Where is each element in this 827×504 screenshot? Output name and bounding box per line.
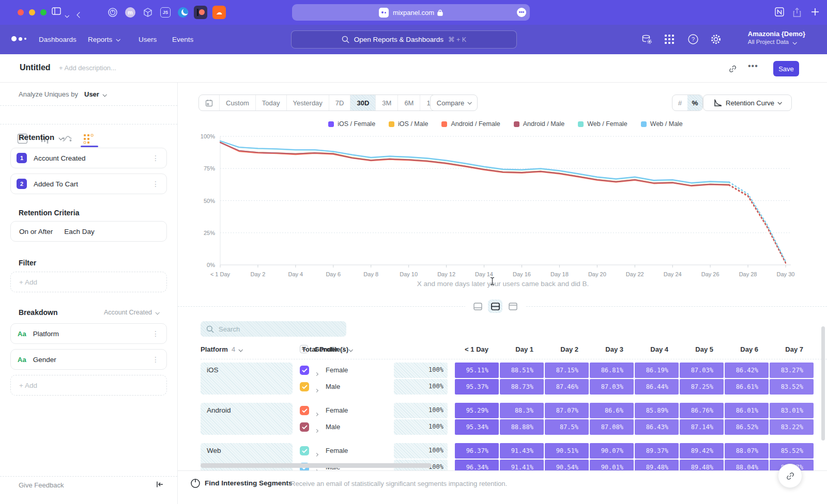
- chart-type-select[interactable]: Retention Curve: [703, 94, 792, 111]
- copy-link-icon[interactable]: [728, 65, 737, 73]
- platform-cell[interactable]: iOS: [201, 363, 293, 395]
- retention-value-cell[interactable]: 89.42%: [680, 443, 724, 459]
- range-6m[interactable]: 6M: [397, 95, 420, 111]
- report-title[interactable]: Untitled: [20, 63, 51, 72]
- layout-split-button[interactable]: [488, 300, 502, 313]
- retention-section-header[interactable]: Retention: [19, 133, 62, 141]
- retention-value-cell[interactable]: 88.3%: [500, 403, 544, 418]
- retention-value-cell[interactable]: 95.29%: [455, 403, 499, 418]
- retention-value-cell[interactable]: 88.07%: [725, 443, 769, 459]
- compare-button[interactable]: Compare: [430, 94, 478, 111]
- platform-cell[interactable]: Android: [201, 403, 293, 435]
- range-30d[interactable]: 30D: [350, 95, 375, 111]
- expand-row-icon[interactable]: [315, 425, 318, 434]
- retention-value-cell[interactable]: 91.43%: [500, 443, 544, 459]
- retention-value-cell[interactable]: 96.37%: [455, 443, 499, 459]
- retention-value-cell[interactable]: 90.51%: [545, 443, 589, 459]
- extension-patreon-icon[interactable]: [194, 6, 207, 19]
- column-platform[interactable]: Platform 4: [201, 345, 242, 353]
- help-icon[interactable]: ?: [687, 34, 699, 45]
- criteria-mode[interactable]: On or After: [19, 228, 53, 235]
- criteria-interval[interactable]: Each Day: [64, 228, 95, 235]
- tab-flows-icon[interactable]: [62, 133, 74, 146]
- window-minimize-button[interactable]: [29, 9, 35, 15]
- breakdown-card-gender[interactable]: Aa Gender ⋮: [10, 349, 167, 370]
- retention-value-cell[interactable]: 86.6%: [590, 403, 634, 418]
- series-checkbox[interactable]: [300, 366, 309, 375]
- breakdown-add-button[interactable]: + Add: [10, 375, 167, 396]
- extension-cube-icon[interactable]: [141, 6, 155, 19]
- report-description-placeholder[interactable]: + Add description...: [59, 64, 116, 72]
- range-today[interactable]: Today: [255, 95, 286, 111]
- tab-retention-icon[interactable]: [83, 133, 95, 146]
- filter-add-button[interactable]: + Add: [10, 272, 167, 292]
- retention-value-cell[interactable]: 95.11%: [455, 363, 499, 378]
- series-checkbox[interactable]: [300, 382, 309, 391]
- retention-value-cell[interactable]: 87.08%: [590, 419, 634, 435]
- retention-value-cell[interactable]: 83.52%: [770, 379, 814, 395]
- back-icon[interactable]: [78, 10, 82, 19]
- table-search-input[interactable]: Search: [201, 321, 346, 337]
- retention-value-cell[interactable]: 90.07%: [590, 443, 634, 459]
- collapse-sidebar-icon[interactable]: [156, 480, 164, 489]
- notion-tab-icon[interactable]: [774, 7, 785, 17]
- retention-value-cell[interactable]: 85.52%: [770, 443, 814, 459]
- project-chevron-icon[interactable]: [793, 37, 796, 46]
- retention-value-cell[interactable]: 87.03%: [590, 379, 634, 395]
- sidebar-toggle-icon[interactable]: [52, 7, 61, 15]
- extension-1password-icon[interactable]: [106, 6, 119, 19]
- retention-line-chart[interactable]: 0%25%50%75%100%< 1 DayDay 2Day 4Day 6Day…: [178, 124, 827, 284]
- extension-soundcloud-icon[interactable]: ☁: [212, 6, 226, 19]
- breakdown-card-platform[interactable]: Aa Platform ⋮: [10, 323, 167, 344]
- retention-value-cell[interactable]: 87.14%: [680, 419, 724, 435]
- retention-value-cell[interactable]: 95.34%: [455, 419, 499, 435]
- step-menu-icon[interactable]: ⋮: [152, 180, 159, 188]
- retention-value-cell[interactable]: 83.01%: [770, 403, 814, 418]
- retention-value-cell[interactable]: 86.52%: [725, 419, 769, 435]
- range-7d[interactable]: 7D: [329, 95, 350, 111]
- range-yesterday[interactable]: Yesterday: [286, 95, 329, 111]
- nav-users[interactable]: Users: [139, 25, 157, 54]
- share-icon[interactable]: [792, 7, 802, 18]
- retention-value-cell[interactable]: 87.5%: [545, 419, 589, 435]
- tab-chevron-icon[interactable]: [65, 10, 68, 20]
- layout-table-only-button[interactable]: [506, 300, 520, 313]
- vertical-scrollbar[interactable]: [821, 326, 825, 440]
- retention-value-cell[interactable]: 87.46%: [545, 379, 589, 395]
- give-feedback-link[interactable]: Give Feedback: [19, 481, 64, 489]
- retention-value-cell[interactable]: 86.81%: [590, 363, 634, 378]
- share-link-fab[interactable]: [778, 464, 802, 488]
- range-3m[interactable]: 3M: [375, 95, 397, 111]
- nav-dashboards[interactable]: Dashboards: [39, 25, 76, 54]
- expand-row-icon[interactable]: [315, 385, 318, 394]
- series-checkbox[interactable]: [300, 406, 309, 415]
- extension-js-icon[interactable]: JS: [159, 6, 172, 19]
- retention-value-cell[interactable]: 85.89%: [635, 403, 679, 418]
- unit-percent-toggle[interactable]: %: [687, 95, 702, 111]
- expand-row-icon[interactable]: [315, 368, 318, 377]
- save-button[interactable]: Save: [773, 61, 799, 76]
- retention-value-cell[interactable]: 86.44%: [635, 379, 679, 395]
- nav-events[interactable]: Events: [172, 25, 193, 54]
- retention-value-cell[interactable]: 86.01%: [725, 403, 769, 418]
- retention-value-cell[interactable]: 86.43%: [635, 419, 679, 435]
- mixpanel-logo[interactable]: [11, 36, 26, 41]
- retention-value-cell[interactable]: 87.15%: [545, 363, 589, 378]
- nav-reports[interactable]: Reports: [88, 25, 119, 54]
- retention-value-cell[interactable]: 88.73%: [500, 379, 544, 395]
- retention-value-cell[interactable]: 88.88%: [500, 419, 544, 435]
- breakdown-menu-icon[interactable]: ⋮: [152, 355, 159, 364]
- range-custom[interactable]: Custom: [219, 95, 255, 111]
- data-management-icon[interactable]: [640, 34, 653, 46]
- retention-value-cell[interactable]: 88.51%: [500, 363, 544, 378]
- horizontal-scrollbar[interactable]: [201, 463, 432, 468]
- layout-chart-only-button[interactable]: [470, 300, 485, 313]
- new-tab-icon[interactable]: [810, 7, 820, 17]
- analyze-entity-select[interactable]: User: [84, 90, 106, 98]
- retention-value-cell[interactable]: 87.25%: [680, 379, 724, 395]
- retention-value-cell[interactable]: 86.76%: [680, 403, 724, 418]
- extension-m-icon[interactable]: m: [124, 6, 137, 19]
- address-bar[interactable]: mixpanel.com •••: [292, 4, 530, 21]
- footer-title[interactable]: Find Interesting Segments: [205, 479, 293, 487]
- breakdown-scope-select[interactable]: Account Created: [104, 309, 159, 316]
